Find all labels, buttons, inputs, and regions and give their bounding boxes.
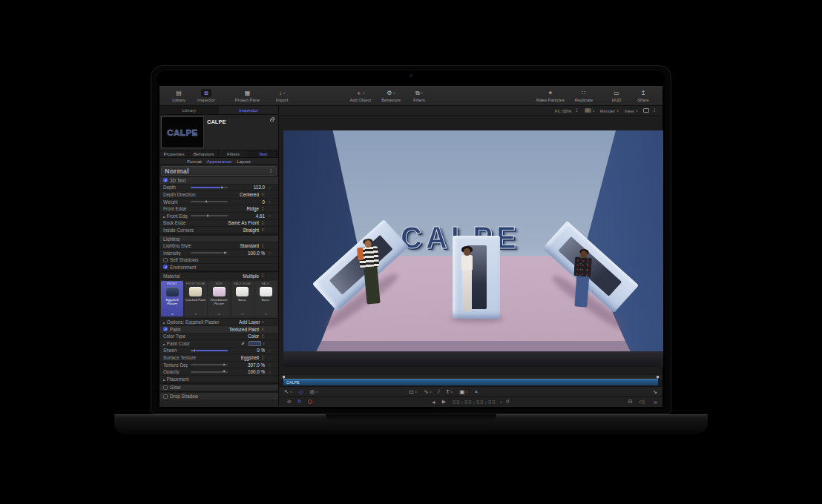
audio-mute-icon[interactable]: ⊘ bbox=[287, 399, 292, 405]
text-tool[interactable]: T∨ bbox=[446, 388, 453, 395]
depth-slider[interactable] bbox=[191, 187, 228, 188]
material-card-front-edge[interactable]: FRONT EDGE Cracked Paint ∞ bbox=[185, 281, 207, 316]
disclosure-triangle-icon[interactable]: Paint Color bbox=[163, 341, 241, 346]
project-pane-button[interactable]: ▦ Project Pane bbox=[235, 87, 260, 105]
inside-corners-popup[interactable]: Straight bbox=[225, 228, 259, 233]
link-icon[interactable]: ∞ bbox=[241, 312, 243, 316]
surface-texture-popup[interactable]: Eggshell bbox=[225, 355, 259, 360]
add-object-button[interactable]: ＋∨ Add Object bbox=[349, 87, 371, 105]
view-popup[interactable]: View∨ bbox=[624, 108, 638, 113]
pane-tab-inspector[interactable]: Inspector bbox=[219, 106, 278, 114]
link-icon[interactable]: ∞ bbox=[654, 399, 657, 405]
line-tool[interactable]: ∕ bbox=[438, 388, 439, 395]
make-particles-button[interactable]: ✶ Make Particles bbox=[536, 87, 565, 105]
subtab-appearance[interactable]: Appearance bbox=[207, 159, 231, 164]
material-popup[interactable]: Multiple bbox=[225, 273, 259, 279]
mini-timeline[interactable] bbox=[279, 374, 662, 379]
canvas-image[interactable]: CALPE bbox=[283, 130, 663, 367]
share-button[interactable]: ↥ Share bbox=[635, 87, 651, 105]
keyframe-icon[interactable]: ◇ bbox=[265, 348, 274, 353]
paint-checkbox[interactable] bbox=[163, 327, 168, 331]
play-range-out-marker[interactable] bbox=[657, 376, 659, 379]
fit-zoom-popup[interactable]: Fit: 68% bbox=[555, 108, 579, 113]
lock-icon[interactable] bbox=[270, 119, 274, 122]
playback-options-icon[interactable]: ↺ bbox=[505, 399, 510, 405]
paint-color-well[interactable] bbox=[249, 341, 261, 346]
library-button[interactable]: ▤ Library bbox=[171, 87, 187, 105]
weight-slider[interactable] bbox=[191, 201, 228, 202]
tab-behaviors[interactable]: Behaviors bbox=[189, 150, 219, 157]
material-card-back[interactable]: BACK Basic ∞ bbox=[254, 281, 277, 316]
render-popup[interactable]: Render∨ bbox=[600, 108, 619, 113]
front-edge-popup[interactable]: Ridge bbox=[225, 206, 259, 211]
eyedropper-icon[interactable]: ✎ bbox=[240, 342, 246, 345]
loop-playback-icon[interactable]: ↻ bbox=[297, 399, 302, 405]
pan-tool[interactable]: ◎∨ bbox=[310, 388, 318, 395]
material-card-side[interactable]: SIDE Knockdown Plaster ∞ bbox=[208, 281, 230, 316]
layout-popup[interactable] bbox=[643, 108, 657, 113]
disclosure-triangle-icon[interactable]: Options: Eggshell Plaster bbox=[163, 319, 239, 325]
play-range-in-marker[interactable] bbox=[283, 376, 285, 379]
environment-checkbox[interactable] bbox=[163, 265, 168, 269]
lighting-style-popup[interactable]: Standard bbox=[225, 243, 259, 248]
link-icon[interactable]: ∞ bbox=[194, 312, 197, 316]
go-to-start-button[interactable]: ◄ bbox=[431, 399, 436, 405]
resize-handle-icon[interactable]: ↘ bbox=[653, 388, 657, 395]
link-icon[interactable]: ∞ bbox=[171, 312, 174, 316]
paint-type-popup[interactable]: Textured Paint bbox=[225, 327, 259, 332]
record-button[interactable] bbox=[308, 399, 312, 404]
mask-tool[interactable]: ▣∨ bbox=[459, 388, 468, 395]
inspector-button[interactable]: ≣ Inspector bbox=[197, 87, 215, 105]
material-card-back-edge[interactable]: BACK EDGE Basic ∞ bbox=[231, 281, 254, 316]
self-shadows-checkbox[interactable] bbox=[163, 258, 168, 262]
tab-filters[interactable]: Filters bbox=[219, 150, 249, 157]
texture-depth-slider[interactable] bbox=[191, 364, 228, 365]
sheen-slider[interactable] bbox=[191, 350, 228, 351]
disclosure-triangle-icon[interactable]: Placement bbox=[163, 377, 274, 382]
style-preset-dropdown[interactable]: Normal bbox=[161, 166, 277, 176]
disclosure-triangle-icon[interactable]: Front Edge Size bbox=[163, 213, 188, 219]
timeline-track-calpe[interactable]: CALPE bbox=[283, 379, 658, 385]
select-tool[interactable]: ↖∨ bbox=[284, 388, 292, 395]
channels-popup[interactable]: ∨ bbox=[585, 108, 595, 113]
back-edge-popup[interactable]: Same As Front bbox=[225, 220, 259, 225]
color-type-popup[interactable]: Color bbox=[225, 334, 259, 339]
import-button[interactable]: ↓∨ Import bbox=[274, 87, 290, 105]
glow-checkbox[interactable] bbox=[163, 385, 168, 390]
show-timeline-icon[interactable]: ⊟ bbox=[628, 399, 633, 405]
replicate-button[interactable]: ∷ Replicate bbox=[575, 87, 593, 105]
subtab-format[interactable]: Format bbox=[187, 159, 202, 164]
tab-properties[interactable]: Properties bbox=[160, 150, 189, 157]
keyframe-icon[interactable]: ◇ bbox=[265, 362, 274, 367]
depth-direction-popup[interactable]: Centered bbox=[225, 192, 259, 197]
hud-button[interactable]: ▭ HUD bbox=[608, 87, 625, 105]
keyframe-icon[interactable]: ◇ bbox=[265, 185, 274, 190]
add-layer-button[interactable]: Add Layer bbox=[239, 319, 260, 325]
keyframe-icon[interactable]: ◇ bbox=[265, 251, 274, 255]
transform-tool[interactable]: ◇ bbox=[299, 388, 303, 395]
viewport[interactable]: CALPE bbox=[279, 116, 662, 374]
filters-button[interactable]: ⧉∨ Filters bbox=[411, 87, 427, 105]
keyframe-icon[interactable]: ◇ bbox=[265, 199, 274, 204]
3d-text-checkbox[interactable] bbox=[163, 178, 168, 182]
keyframe-icon[interactable]: ◇ bbox=[265, 213, 274, 218]
rectangle-tool[interactable]: ▭∨ bbox=[409, 388, 418, 395]
chevron-down-icon[interactable]: ∨ bbox=[263, 342, 265, 345]
front-edge-size-slider[interactable] bbox=[191, 215, 228, 216]
play-button[interactable]: ▶ bbox=[442, 399, 446, 405]
drop-shadow-checkbox[interactable] bbox=[163, 394, 168, 399]
pane-tab-library[interactable]: Library bbox=[160, 106, 219, 114]
link-icon[interactable]: ∞ bbox=[218, 312, 220, 316]
bezier-tool[interactable]: ∿∨ bbox=[424, 388, 432, 395]
behaviors-button[interactable]: ⚙∨ Behaviors bbox=[381, 87, 401, 105]
link-icon[interactable]: ∞ bbox=[265, 312, 267, 316]
intensity-slider[interactable] bbox=[191, 252, 228, 253]
material-card-front[interactable]: FRONT Eggshell Plaster ∞ bbox=[161, 281, 183, 316]
chevron-down-icon[interactable]: ∨ bbox=[500, 400, 502, 404]
keyframe-icon[interactable]: ◇ bbox=[265, 370, 274, 374]
audio-icon[interactable]: ◁） bbox=[639, 398, 648, 405]
off-tool[interactable]: × bbox=[475, 388, 478, 395]
tab-text[interactable]: Text bbox=[249, 150, 278, 157]
subtab-layout[interactable]: Layout bbox=[237, 159, 251, 164]
opacity-slider[interactable] bbox=[191, 371, 228, 373]
